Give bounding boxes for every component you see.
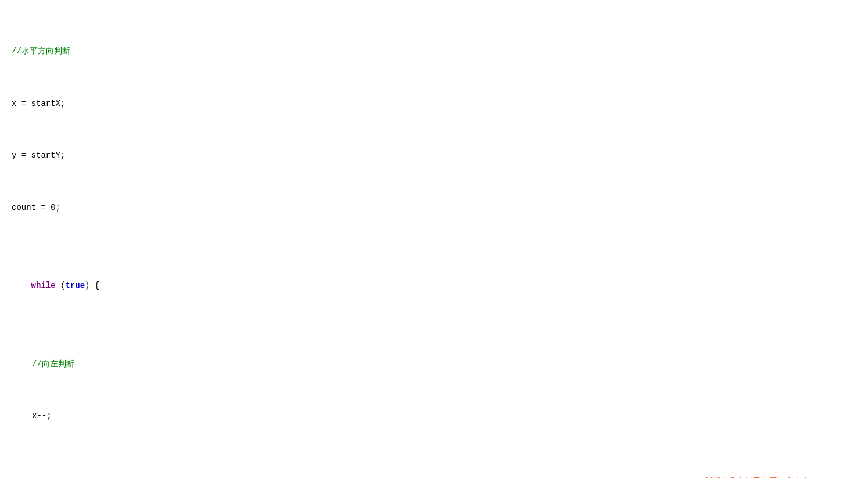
x-startX: x = startX;	[12, 97, 856, 110]
count-0: count = 0;	[12, 201, 856, 214]
true-keyword: true	[65, 281, 85, 290]
y-startY: y = startY;	[12, 149, 856, 162]
while-keyword: while	[31, 281, 56, 290]
x-decrement: x--;	[12, 409, 856, 422]
comment-horizontal: //水平方向判断	[12, 45, 856, 58]
code-block: //水平方向判断 x = startX; y = startY; count =…	[12, 6, 856, 478]
if-left: if (x >= 0 && x < ChessBoard.COLS && y >…	[12, 475, 856, 478]
annotation-line1: 判断有几个棋子在同一方向上	[704, 475, 810, 478]
comment-left: //向左判断	[12, 358, 856, 370]
while-true-1: while (true) {	[12, 266, 856, 305]
